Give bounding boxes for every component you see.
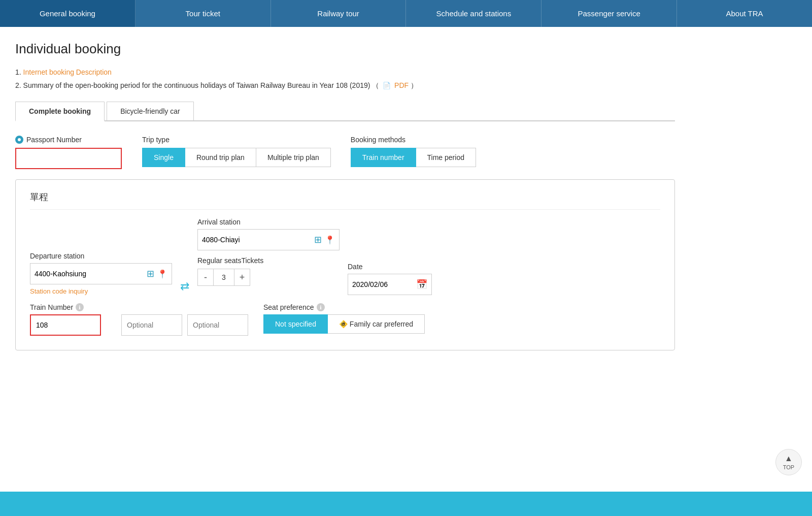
nav-schedule-stations[interactable]: Schedule and stations [406,0,542,27]
nav-railway-tour[interactable]: Railway tour [271,0,407,27]
arrival-field: Arrival station ⊞ 📍 Regular seatsTickets… [197,218,340,295]
date-label: Date [348,263,432,271]
form-top-row: Passport Number Trip type Single Round t… [15,136,675,169]
booking-methods-label: Booking methods [351,136,476,144]
train-seat-row: Train Number ℹ Seat preference ℹ Not spe… [30,303,660,336]
arrival-label: Arrival station [197,218,340,226]
station-row: Departure station ⊞ 📍 Station code inqui… [30,218,660,295]
seat-not-specified[interactable]: Not specified [263,314,328,334]
train-number-input[interactable] [30,314,101,336]
qty-value: 3 [214,269,234,286]
station-code-link[interactable]: Station code inquiry [30,287,172,295]
nav-about-tra[interactable]: About TRA [677,0,812,27]
arrival-grid-icon[interactable]: ⊞ [314,234,322,245]
departure-input-wrap: ⊞ 📍 [30,263,172,284]
departure-grid-icon[interactable]: ⊞ [147,268,154,279]
tab-complete-booking[interactable]: Complete booking [15,102,105,121]
date-input-wrap: 📅 [348,274,432,295]
departure-icons: ⊞ 📍 [147,268,167,279]
train-number-field: Train Number ℹ [30,303,101,336]
page-title: Individual booking [15,41,675,57]
calendar-icon[interactable]: 📅 [416,279,427,290]
departure-input[interactable] [35,270,144,278]
train-number-label: Train Number ℹ [30,303,101,311]
seat-pref-buttons: Not specified 🚸 Family car preferred [263,314,424,334]
arrival-input[interactable] [202,236,311,244]
info-list: 1. Internet booking Description 2. Summa… [15,68,675,90]
date-field: Date 📅 [348,263,432,295]
departure-pin-icon[interactable]: 📍 [157,269,167,279]
trip-type-buttons: Single Round trip plan Multiple trip pla… [142,148,330,167]
trip-type-single[interactable]: Single [142,148,185,167]
regular-seats-label: Regular seatsTickets [197,256,340,265]
booking-train-number[interactable]: Train number [351,148,416,167]
seat-pref-info-icon: ℹ [317,303,325,311]
optional-input-2[interactable] [187,314,248,336]
swap-button[interactable]: ⇄ [180,280,189,295]
nav-passenger-service[interactable]: Passenger service [542,0,677,27]
info-item-1: 1. Internet booking Description [15,68,675,76]
passport-radio[interactable] [15,136,23,144]
date-input[interactable] [352,280,413,288]
booking-methods-group: Booking methods Train number Time period [351,136,476,167]
seat-preference-field: Seat preference ℹ Not specified 🚸 Family… [263,303,424,334]
passport-field-group: Passport Number [15,136,122,169]
nav-general-booking[interactable]: General booking [0,0,136,27]
booking-time-period[interactable]: Time period [416,148,476,167]
main-nav: General booking Tour ticket Railway tour… [0,0,812,27]
booking-method-buttons: Train number Time period [351,148,476,167]
departure-label: Departure station [30,252,172,260]
info-item-2: 2. Summary of the open-booking period fo… [15,81,675,90]
trip-type-multiple[interactable]: Multiple trip plan [256,148,331,167]
trip-type-group: Trip type Single Round trip plan Multipl… [142,136,330,167]
pdf-icon: 📄 [383,82,391,89]
tickets-section: Regular seatsTickets - 3 + [197,256,340,286]
arrival-input-wrap: ⊞ 📍 [197,229,340,250]
qty-plus-button[interactable]: + [234,269,250,286]
passport-input[interactable] [15,148,122,169]
family-icon: 🚸 [339,320,348,328]
arrival-pin-icon[interactable]: 📍 [325,235,335,245]
optional-input-1[interactable] [121,314,182,336]
departure-field: Departure station ⊞ 📍 Station code inqui… [30,252,172,295]
passport-label: Passport Number [15,136,122,144]
optional-inputs [121,314,248,336]
qty-minus-button[interactable]: - [197,269,214,286]
booking-box-title: 單程 [30,191,660,210]
booking-tabs: Complete booking Bicycle-friendly car [15,102,675,121]
trip-type-label: Trip type [142,136,330,144]
seat-family-car[interactable]: 🚸 Family car preferred [327,314,425,334]
booking-box: 單程 Departure station ⊞ 📍 Station code in… [15,179,675,350]
tab-bicycle-friendly[interactable]: Bicycle-friendly car [107,102,193,120]
arrival-icons: ⊞ 📍 [314,234,335,245]
seat-pref-label: Seat preference ℹ [263,303,424,311]
train-number-info-icon: ℹ [76,303,84,311]
qty-row: - 3 + [197,269,340,286]
nav-tour-ticket[interactable]: Tour ticket [136,0,271,27]
trip-type-round[interactable]: Round trip plan [185,148,256,167]
internet-booking-link[interactable]: Internet booking Description [23,68,112,76]
